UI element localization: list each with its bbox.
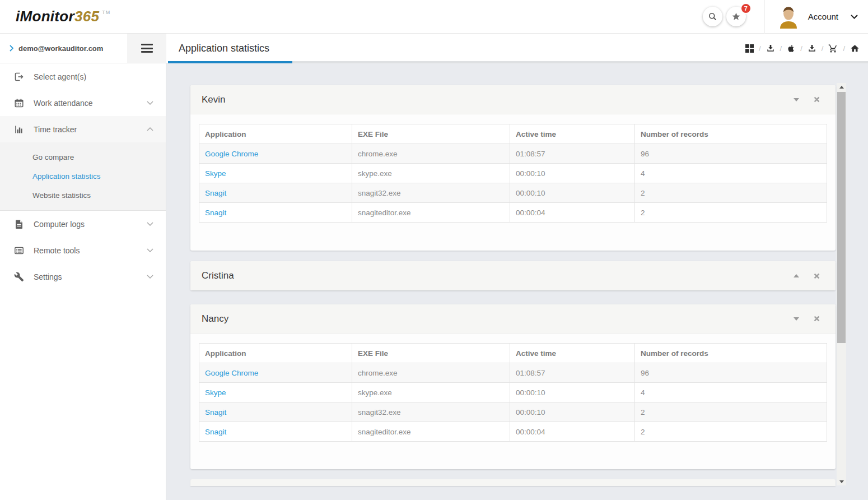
table-row: Skype skype.exe 00:00:10 4 bbox=[199, 383, 827, 402]
apple-icon[interactable] bbox=[787, 44, 795, 53]
scroll-up-button[interactable] bbox=[837, 83, 846, 91]
star-icon bbox=[731, 12, 741, 21]
sidebar-item-computer-logs[interactable]: Computer logs bbox=[0, 211, 166, 237]
hamburger-area bbox=[127, 34, 166, 63]
cart-icon[interactable] bbox=[828, 44, 838, 53]
sidebar-subitem-website-statistics[interactable]: Website statistics bbox=[0, 186, 166, 205]
sidebar-item-select-agents[interactable]: Select agent(s) bbox=[0, 63, 166, 90]
list-icon bbox=[13, 246, 25, 256]
active-time-cell: 01:08:57 bbox=[510, 144, 635, 164]
search-button[interactable] bbox=[703, 7, 722, 26]
separator: / bbox=[780, 44, 782, 53]
sidebar-item-settings[interactable]: Settings bbox=[0, 263, 166, 290]
column-header-exe-file[interactable]: EXE File bbox=[352, 124, 510, 144]
chevron-down-icon bbox=[147, 101, 153, 105]
table-header-row: Application EXE File Active time Number … bbox=[199, 344, 827, 363]
partial-panel bbox=[190, 479, 836, 486]
sidebar-item-remote-tools[interactable]: Remote tools bbox=[0, 237, 166, 263]
sidebar-item-label: Remote tools bbox=[34, 246, 147, 255]
sidebar-item-work-attendance[interactable]: Work attendance bbox=[0, 90, 166, 116]
exe-file-cell: chrome.exe bbox=[352, 363, 510, 383]
application-link[interactable]: Snagit bbox=[199, 422, 352, 442]
column-header-application[interactable]: Application bbox=[199, 344, 352, 363]
exe-file-cell: snagit32.exe bbox=[352, 402, 510, 422]
active-time-cell: 01:08:57 bbox=[510, 363, 635, 383]
chevron-down-icon bbox=[851, 15, 858, 19]
records-cell: 96 bbox=[635, 144, 827, 164]
agent-panel-kevin: Kevin Application EXE File Active ti bbox=[190, 85, 836, 251]
application-link[interactable]: Google Chrome bbox=[199, 144, 352, 164]
column-header-records[interactable]: Number of records bbox=[635, 344, 827, 363]
topbar-actions: 7 Account bbox=[703, 0, 868, 33]
sidebar-subitem-go-compare[interactable]: Go compare bbox=[0, 147, 166, 166]
avatar bbox=[777, 5, 800, 29]
triangle-down-icon bbox=[839, 480, 844, 483]
account-menu[interactable]: Account bbox=[765, 0, 868, 33]
sidebar-item-label: Work attendance bbox=[34, 99, 147, 108]
mac-download-icon[interactable] bbox=[808, 44, 816, 53]
column-header-records[interactable]: Number of records bbox=[635, 124, 827, 144]
panel-title: Nancy bbox=[202, 313, 792, 325]
collapse-panel-button[interactable] bbox=[792, 316, 800, 322]
table-header-row: Application EXE File Active time Number … bbox=[199, 124, 827, 144]
close-panel-button[interactable] bbox=[813, 272, 821, 280]
table-row: Skype skype.exe 00:00:10 4 bbox=[199, 164, 827, 183]
notification-badge: 7 bbox=[740, 3, 752, 14]
panel-header[interactable]: Cristina bbox=[190, 261, 836, 290]
exe-file-cell: chrome.exe bbox=[352, 144, 510, 164]
collapse-panel-button[interactable] bbox=[792, 97, 800, 103]
separator: / bbox=[822, 44, 824, 53]
windows-icon[interactable] bbox=[745, 44, 754, 53]
records-cell: 2 bbox=[635, 183, 827, 203]
column-header-active-time[interactable]: Active time bbox=[510, 124, 635, 144]
application-link[interactable]: Snagit bbox=[199, 203, 352, 223]
table-row: Snagit snagit32.exe 00:00:10 2 bbox=[199, 183, 827, 203]
topbar: iMonitor365 TM 7 bbox=[0, 0, 868, 34]
close-panel-button[interactable] bbox=[813, 314, 821, 323]
active-time-cell: 00:00:04 bbox=[510, 203, 635, 223]
favorites-button[interactable]: 7 bbox=[726, 7, 746, 26]
application-link[interactable]: Google Chrome bbox=[199, 363, 352, 383]
home-icon[interactable] bbox=[850, 44, 860, 53]
application-link[interactable]: Skype bbox=[199, 383, 352, 402]
application-link[interactable]: Snagit bbox=[199, 183, 352, 203]
sidebar-toggle-button[interactable] bbox=[139, 40, 155, 57]
sidebar-subitem-application-statistics[interactable]: Application statistics bbox=[0, 166, 166, 186]
close-panel-button[interactable] bbox=[813, 95, 821, 104]
scroll-down-button[interactable] bbox=[837, 478, 846, 485]
records-cell: 96 bbox=[635, 363, 827, 383]
records-cell: 4 bbox=[635, 383, 827, 402]
triangle-down-icon bbox=[794, 317, 799, 321]
brand-name: iMonitor365 bbox=[16, 8, 99, 25]
table-row: Google Chrome chrome.exe 01:08:57 96 bbox=[199, 363, 827, 383]
close-icon bbox=[814, 96, 820, 103]
sidebar-item-time-tracker[interactable]: Time tracker bbox=[0, 116, 166, 142]
expand-panel-button[interactable] bbox=[792, 273, 800, 279]
panel-header[interactable]: Nancy bbox=[190, 304, 836, 334]
active-time-cell: 00:00:04 bbox=[510, 422, 635, 442]
application-link[interactable]: Snagit bbox=[199, 402, 352, 422]
table-row: Google Chrome chrome.exe 01:08:57 96 bbox=[199, 144, 827, 164]
separator: / bbox=[843, 44, 845, 53]
windows-download-icon[interactable] bbox=[766, 44, 775, 53]
page-header: demo@workauditor.com Application statist… bbox=[0, 34, 868, 63]
sub-item-label: Application statistics bbox=[32, 172, 101, 180]
chevron-down-icon bbox=[147, 248, 153, 252]
close-icon bbox=[814, 316, 820, 322]
scrollbar[interactable] bbox=[837, 83, 846, 485]
column-header-active-time[interactable]: Active time bbox=[510, 344, 635, 363]
table-row: Snagit snagit32.exe 00:00:10 2 bbox=[199, 402, 827, 422]
active-time-cell: 00:00:10 bbox=[510, 383, 635, 402]
active-time-cell: 00:00:10 bbox=[510, 183, 635, 203]
brand-suffix: 365 bbox=[74, 8, 99, 25]
panel-header[interactable]: Kevin bbox=[190, 85, 836, 114]
scrollbar-thumb[interactable] bbox=[837, 92, 846, 343]
column-header-exe-file[interactable]: EXE File bbox=[352, 344, 510, 363]
application-link[interactable]: Skype bbox=[199, 164, 352, 183]
column-header-application[interactable]: Application bbox=[199, 124, 352, 144]
agent-email: demo@workauditor.com bbox=[18, 44, 103, 53]
agent-selector[interactable]: demo@workauditor.com bbox=[0, 34, 127, 63]
wrench-icon bbox=[13, 272, 25, 282]
chevron-down-icon bbox=[147, 222, 153, 226]
records-cell: 4 bbox=[635, 164, 827, 183]
